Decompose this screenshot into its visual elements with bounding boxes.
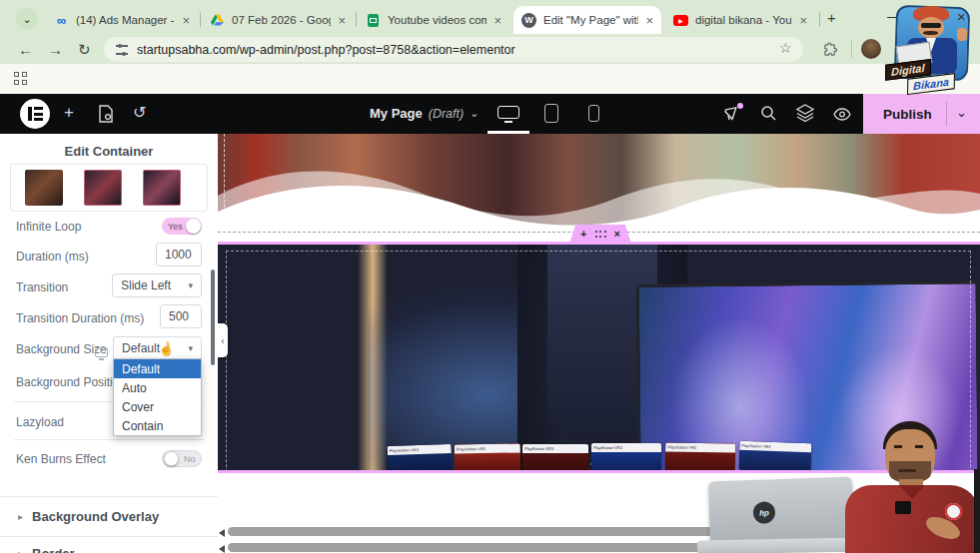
whats-new-icon[interactable] bbox=[723, 104, 741, 126]
document-switcher[interactable]: My Page (Draft) ⌄ bbox=[370, 106, 479, 121]
desktop-responsive-icon[interactable] bbox=[95, 347, 108, 357]
device-tablet-button[interactable] bbox=[544, 104, 558, 123]
slide-thumbnail-3[interactable] bbox=[143, 170, 181, 206]
ken-burns-label: Ken Burns Effect bbox=[16, 452, 106, 466]
history-icon[interactable]: ↺ bbox=[133, 103, 146, 122]
finder-search-icon[interactable] bbox=[760, 105, 777, 126]
slide-thumbnail-2[interactable] bbox=[84, 170, 122, 206]
toggle-knob bbox=[186, 219, 201, 234]
extensions-icon[interactable] bbox=[823, 42, 838, 61]
background-position-label: Background Position bbox=[16, 375, 126, 389]
window-close-button[interactable]: × bbox=[957, 8, 966, 25]
browser-tab-ads-manager[interactable]: ∞ (14) Ads Manager - Mana × bbox=[46, 6, 198, 34]
container-handle[interactable]: + × bbox=[569, 225, 631, 244]
close-tab-icon[interactable]: × bbox=[645, 14, 653, 27]
dropdown-option-contain[interactable]: Contain bbox=[114, 416, 201, 435]
apps-grid-icon[interactable] bbox=[14, 72, 27, 85]
section-background-overlay[interactable]: ▸ Background Overlay bbox=[18, 509, 159, 524]
elementor-logo[interactable] bbox=[20, 99, 50, 129]
browser-tab-elementor-active[interactable]: W Edit "My Page" with Elem × bbox=[513, 6, 661, 34]
dropdown-arrow-icon: ▾ bbox=[188, 280, 193, 290]
transition-select[interactable]: Slide Left ▾ bbox=[112, 274, 202, 297]
publish-button[interactable]: Publish bbox=[883, 107, 932, 122]
tab-label: (14) Ads Manager - Mana bbox=[76, 14, 175, 26]
close-tab-icon[interactable]: × bbox=[799, 14, 807, 27]
hp-logo: hp bbox=[759, 508, 769, 517]
device-active-underline bbox=[488, 131, 529, 134]
page-settings-icon[interactable] bbox=[98, 105, 114, 127]
url-text: startupsabha.com/wp-admin/post.php?post=… bbox=[137, 43, 515, 57]
site-settings-icon[interactable] bbox=[116, 45, 128, 55]
handle-add-icon[interactable]: + bbox=[580, 229, 586, 240]
device-desktop-button[interactable] bbox=[497, 106, 519, 120]
tab-label: 07 Feb 2026 - Google Dr bbox=[232, 14, 331, 26]
background-size-label: Background Size bbox=[16, 342, 107, 356]
dropdown-option-auto[interactable]: Auto bbox=[114, 378, 201, 397]
forward-icon[interactable]: → bbox=[48, 41, 63, 58]
close-tab-icon[interactable]: × bbox=[338, 14, 346, 27]
ken-burns-toggle[interactable]: No bbox=[162, 450, 202, 467]
wordpress-icon: W bbox=[521, 13, 536, 28]
avatar[interactable] bbox=[861, 39, 881, 59]
game-case: PlayStation VR3 bbox=[388, 444, 453, 472]
chevron-down-icon: ⌄ bbox=[470, 107, 479, 120]
mic-pack bbox=[895, 501, 911, 514]
slide-thumbnail-1[interactable] bbox=[25, 170, 63, 206]
browser-tab-youtube[interactable]: ▶ digital bikana - YouTube × bbox=[665, 6, 815, 34]
add-element-icon[interactable]: + bbox=[64, 103, 74, 123]
transition-label: Transition bbox=[16, 280, 68, 294]
new-tab-button[interactable]: + bbox=[827, 9, 836, 26]
toggle-off-label: No bbox=[184, 454, 196, 464]
tab-label: Edit "My Page" with Elem bbox=[543, 14, 638, 26]
publish-options-chevron-icon[interactable]: ⌄ bbox=[956, 105, 967, 120]
dropdown-arrow-icon: ▾ bbox=[188, 343, 193, 353]
panel-title: Edit Container bbox=[0, 144, 218, 159]
transition-duration-input[interactable] bbox=[160, 304, 202, 328]
meta-icon: ∞ bbox=[54, 13, 69, 28]
transition-duration-label: Transition Duration (ms) bbox=[16, 311, 144, 325]
duration-input[interactable] bbox=[156, 243, 202, 267]
url-field[interactable]: startupsabha.com/wp-admin/post.php?post=… bbox=[104, 37, 803, 62]
webcam-overlay: hp bbox=[693, 419, 980, 553]
toggle-knob bbox=[164, 451, 179, 466]
back-icon[interactable]: ← bbox=[18, 41, 33, 58]
caret-right-icon: ▸ bbox=[18, 511, 23, 522]
section-border[interactable]: ▸ Border bbox=[18, 546, 75, 553]
page-title: My Page bbox=[370, 106, 423, 121]
chair-edge bbox=[974, 469, 980, 553]
device-mobile-button[interactable] bbox=[588, 105, 599, 122]
publish-split-divider bbox=[946, 102, 947, 126]
preview-eye-icon[interactable] bbox=[833, 107, 851, 125]
structure-layers-icon[interactable] bbox=[796, 104, 814, 126]
background-size-value: Default bbox=[122, 341, 160, 355]
reload-icon[interactable]: ↻ bbox=[78, 41, 91, 59]
panel-scrollbar[interactable] bbox=[211, 270, 215, 365]
presenter-eye bbox=[915, 445, 923, 448]
laptop: hp bbox=[708, 477, 854, 548]
notification-dot bbox=[737, 103, 743, 109]
infinite-loop-toggle[interactable]: Yes bbox=[162, 218, 202, 235]
close-tab-icon[interactable]: × bbox=[493, 14, 501, 27]
scroll-left-icon[interactable] bbox=[219, 545, 225, 553]
handle-drag-icon[interactable] bbox=[595, 231, 606, 238]
bookmark-star-icon[interactable]: ☆ bbox=[779, 40, 792, 56]
sunglasses bbox=[921, 23, 941, 28]
thumbs-up-hand bbox=[957, 28, 967, 41]
youtube-icon: ▶ bbox=[673, 15, 688, 26]
chevron-down-icon: ⌄ bbox=[22, 13, 31, 26]
browser-tab-youtube-sheet[interactable]: Youtube videos complet × bbox=[358, 6, 509, 34]
mustache bbox=[923, 31, 938, 35]
toggle-on-label: Yes bbox=[168, 222, 183, 232]
tab-search-button[interactable]: ⌄ bbox=[16, 8, 38, 30]
tab-separator bbox=[200, 12, 201, 27]
close-tab-icon[interactable]: × bbox=[182, 14, 190, 27]
tab-label: digital bikana - YouTube bbox=[695, 14, 792, 26]
panel-collapse-tab[interactable]: ‹ bbox=[218, 323, 228, 357]
browser-tab-google-drive[interactable]: 07 Feb 2026 - Google Dr × bbox=[202, 6, 354, 34]
scroll-left-icon[interactable] bbox=[219, 529, 225, 537]
dropdown-option-cover[interactable]: Cover bbox=[114, 397, 201, 416]
lazyload-label: Lazyload bbox=[16, 415, 64, 429]
handle-delete-icon[interactable]: × bbox=[614, 229, 620, 240]
dropdown-option-default[interactable]: Default bbox=[114, 359, 201, 378]
section-divider bbox=[0, 496, 218, 497]
